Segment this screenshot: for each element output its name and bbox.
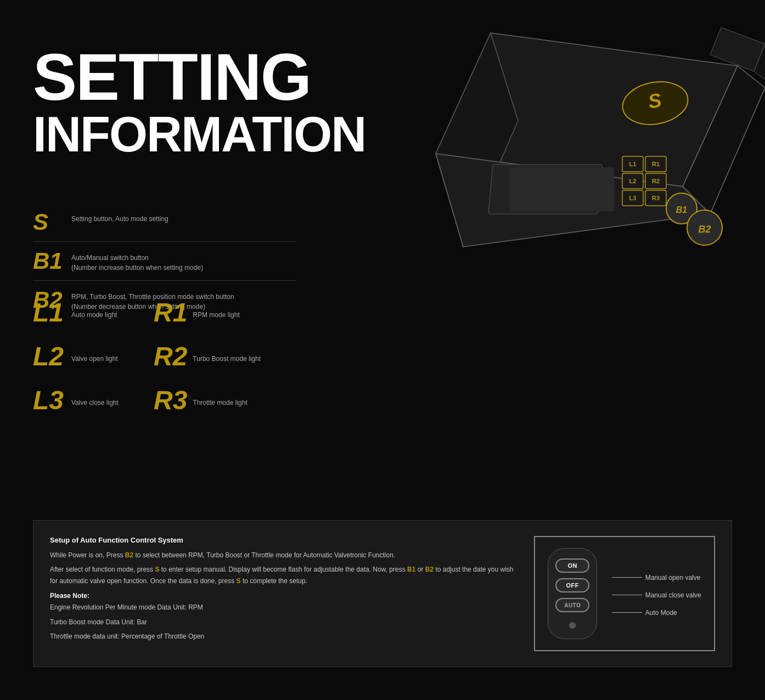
grid-desc-r2: Turbo Boost mode light — [187, 351, 261, 363]
info-note-1: Engine Revolution Per Minute mode Data U… — [50, 602, 518, 613]
grid-item-r3: R3 Throttle mode light — [154, 379, 274, 422]
remote-label-auto: Auto Mode — [612, 609, 701, 617]
info-para-2: After select of function mode, press S t… — [50, 564, 518, 586]
grid-key-l3: L3 — [33, 387, 66, 414]
page-container: SETTING INFORMATION S L1 R1 — [0, 0, 765, 700]
info-box: Setup of Auto Function Control System Wh… — [33, 520, 732, 667]
grid-key-r1: R1 — [154, 300, 187, 326]
svg-text:B2: B2 — [698, 224, 711, 235]
grid-desc-l2: Valve open light — [66, 351, 118, 363]
remote-labels: Manual open valve Manual close valve Aut… — [612, 571, 701, 617]
grid-item-r1: R1 RPM mode light — [154, 291, 274, 335]
remote-label-on: Manual open valve — [612, 574, 701, 582]
svg-rect-7 — [510, 167, 614, 211]
grid-key-r3: R3 — [154, 387, 187, 414]
svg-text:B1: B1 — [676, 205, 688, 214]
svg-text:L3: L3 — [629, 195, 637, 201]
remote-btn-auto: AUTO — [555, 598, 589, 612]
grid-item-l2: L2 Valve open light — [33, 335, 154, 379]
remote-section: ON OFF AUTO Manual open valve — [534, 536, 715, 651]
device-svg: S L1 R1 L2 R2 L3 R3 B1 — [271, 0, 765, 411]
remote-btn-off: OFF — [555, 578, 589, 592]
svg-text:L1: L1 — [629, 161, 637, 167]
svg-text:R2: R2 — [652, 178, 660, 184]
legend-b1: B1 Auto/Manual switch button (Number inc… — [33, 242, 296, 281]
legend-s: S Setting button, Auto mode setting — [33, 203, 296, 242]
grid-item-l1: L1 Auto mode light — [33, 291, 154, 335]
info-title: Setup of Auto Function Control System — [50, 536, 518, 544]
remote-ir-dot — [569, 622, 576, 629]
grid-desc-l1: Auto mode light — [66, 307, 117, 319]
info-para-1: While Power is on, Press B2 to select be… — [50, 550, 518, 561]
svg-text:R3: R3 — [652, 195, 660, 201]
grid-key-l2: L2 — [33, 343, 66, 370]
remote-label-off: Manual close valve — [612, 591, 701, 599]
info-note-2: Turbo Boost mode Data Unit: Bar — [50, 617, 518, 628]
grid-key-r2: R2 — [154, 343, 187, 370]
legend-key-b1: B1 — [33, 250, 71, 273]
info-text: Setup of Auto Function Control System Wh… — [50, 536, 518, 651]
remote-body: ON OFF AUTO — [548, 548, 597, 639]
svg-text:R1: R1 — [652, 161, 660, 167]
grid-key-l1: L1 — [33, 300, 66, 326]
grid-item-r2: R2 Turbo Boost mode light — [154, 335, 274, 379]
grid-legend: L1 Auto mode light R1 RPM mode light L2 … — [33, 291, 296, 422]
grid-desc-r3: Throttle mode light — [187, 394, 247, 407]
grid-item-l3: L3 Valve close light — [33, 379, 154, 422]
device-illustration: S L1 R1 L2 R2 L3 R3 B1 — [271, 0, 765, 411]
legend-key-s: S — [33, 211, 71, 234]
remote-btn-on: ON — [555, 558, 589, 573]
svg-text:L2: L2 — [629, 178, 637, 184]
grid-desc-r1: RPM mode light — [187, 307, 239, 319]
legend-desc-b1: Auto/Manual switch button (Number increa… — [71, 250, 203, 273]
info-note-3: Throttle mode data unit: Percentage of T… — [50, 631, 518, 642]
legend-desc-s: Setting button, Auto mode setting — [71, 211, 168, 224]
grid-desc-l3: Valve close light — [66, 394, 119, 407]
info-note-label: Please Note: — [50, 592, 518, 600]
